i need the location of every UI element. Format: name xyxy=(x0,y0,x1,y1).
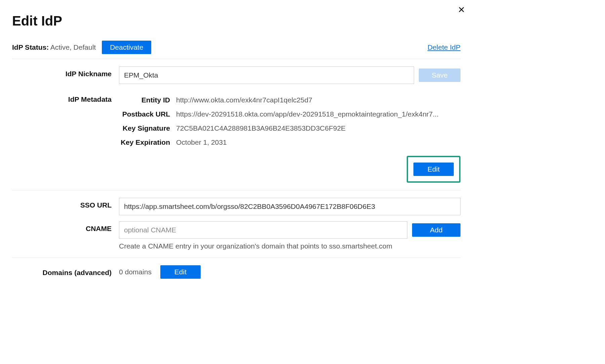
sso-url-input[interactable] xyxy=(119,198,460,215)
postback-url-value: https://dev-20291518.okta.com/app/dev-20… xyxy=(176,107,439,121)
key-expiration-label: Key Expiration xyxy=(119,136,176,149)
metadata-edit-button[interactable]: Edit xyxy=(413,163,454,176)
delete-idp-link[interactable]: Delete IdP xyxy=(428,43,460,51)
deactivate-button[interactable]: Deactivate xyxy=(102,41,151,54)
cname-input[interactable] xyxy=(119,221,407,239)
status-label: IdP Status: Active, Default xyxy=(12,43,96,51)
cname-help-text: Create a CNAME entry in your organizatio… xyxy=(119,242,460,250)
key-signature-label: Key Signature xyxy=(119,122,176,135)
domains-label: Domains (advanced) xyxy=(12,265,119,277)
cname-row: CNAME Add Create a CNAME entry in your o… xyxy=(12,221,460,250)
cname-label: CNAME xyxy=(12,221,119,233)
key-signature-value: 72C5BA021C4A288981B3A96B24E3853DD3C6F92E xyxy=(176,122,346,135)
metadata-label: IdP Metadata xyxy=(12,93,119,103)
cname-add-button[interactable]: Add xyxy=(412,223,460,237)
domains-count: 0 domains xyxy=(119,265,152,279)
edit-idp-dialog: ✕ Edit IdP IdP Status: Active, Default D… xyxy=(0,0,473,300)
metadata-list: Entity ID http://www.okta.com/exk4nr7cap… xyxy=(119,93,460,149)
domains-section: Domains (advanced) 0 domains Edit xyxy=(12,258,460,286)
sso-url-label: SSO URL xyxy=(12,198,119,209)
nickname-row: IdP Nickname Save xyxy=(12,66,460,84)
metadata-row: IdP Metadata Entity ID http://www.okta.c… xyxy=(12,93,460,183)
sso-url-row: SSO URL xyxy=(12,198,460,215)
postback-url-label: Postback URL xyxy=(119,107,176,121)
save-button[interactable]: Save xyxy=(419,69,460,82)
entity-id-value: http://www.okta.com/exk4nr7capI1qelc25d7 xyxy=(176,93,312,107)
metadata-edit-highlight: Edit xyxy=(119,156,460,183)
status-left: IdP Status: Active, Default Deactivate xyxy=(12,41,151,54)
status-row: IdP Status: Active, Default Deactivate D… xyxy=(12,41,460,59)
key-expiration-value: October 1, 2031 xyxy=(176,136,227,149)
entity-id-label: Entity ID xyxy=(119,93,176,107)
domains-row: Domains (advanced) 0 domains Edit xyxy=(12,265,460,279)
nickname-label: IdP Nickname xyxy=(12,66,119,78)
sso-section: SSO URL CNAME Add Create a CNAME entry i… xyxy=(12,190,460,258)
nickname-input[interactable] xyxy=(119,66,414,84)
close-icon[interactable]: ✕ xyxy=(458,5,465,15)
idp-config-section: IdP Nickname Save IdP Metadata Entity ID… xyxy=(12,59,460,190)
edit-highlight-box: Edit xyxy=(407,156,460,183)
domains-edit-button[interactable]: Edit xyxy=(160,265,201,279)
page-title: Edit IdP xyxy=(12,13,460,29)
